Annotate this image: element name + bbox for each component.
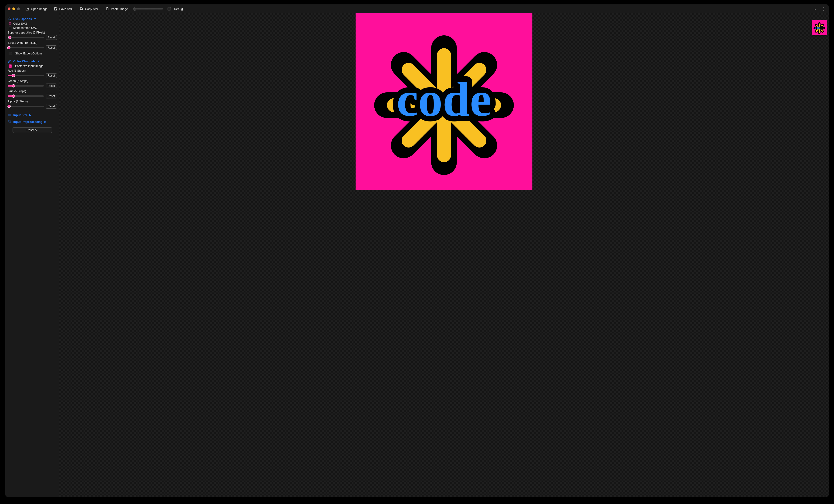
open-image-button[interactable]: Open Image — [24, 6, 49, 12]
posterize-label: Posterize Input Image — [15, 64, 44, 68]
folder-open-icon — [25, 7, 29, 11]
posterize-checkbox[interactable] — [8, 64, 12, 68]
brush-icon — [8, 59, 12, 63]
reset-all-button[interactable]: Reset All — [13, 127, 52, 133]
green-steps-control: Green (5 Steps) Reset — [8, 79, 57, 88]
blue-reset[interactable]: Reset — [46, 94, 57, 98]
sidebar: SVG Options ▼ Color SVG Monochrome SVG S… — [5, 13, 59, 497]
vector-preview: code code — [355, 13, 532, 190]
alpha-slider[interactable] — [8, 106, 44, 107]
layers-icon — [8, 119, 12, 124]
radio-unselected-icon — [8, 26, 12, 29]
section-svg-options[interactable]: SVG Options ▼ — [8, 17, 57, 21]
radio-selected-icon — [8, 22, 12, 25]
debug-toggle[interactable]: Debug — [168, 6, 184, 12]
mode-mono-label: Monochrome SVG — [13, 26, 37, 29]
mode-color-svg[interactable]: Color SVG — [8, 22, 57, 25]
stroke-width-control: Stroke Width (0 Pixels) Reset — [8, 41, 57, 50]
debug-label: Debug — [174, 7, 183, 11]
section-color-channels-title: Color Channels — [13, 60, 36, 63]
paste-icon — [105, 7, 109, 11]
chevron-down-icon: ▼ — [34, 18, 36, 20]
svg-rect-3 — [80, 8, 82, 9]
section-input-preprocessing[interactable]: Input Preprocessing ▶ — [8, 119, 57, 124]
minimize-window-button[interactable] — [12, 7, 15, 10]
copy-svg-label: Copy SVG — [85, 7, 99, 11]
svg-point-6 — [9, 18, 10, 18]
blue-steps-control: Blue (5 Steps) Reset — [8, 90, 57, 98]
paste-image-button[interactable]: Paste Image — [104, 6, 129, 12]
save-svg-label: Save SVG — [59, 7, 73, 11]
app-window: Open Image Save SVG Copy SVG Paste Image… — [5, 4, 829, 497]
preview-thumbnail[interactable]: code code — [812, 20, 827, 35]
chevron-right-icon: ▶ — [44, 120, 46, 123]
svg-rect-11 — [9, 121, 11, 123]
svg-rect-0 — [55, 7, 56, 8]
svg-rect-1 — [55, 9, 56, 10]
posterize-toggle[interactable]: Posterize Input Image — [8, 64, 57, 68]
svg-text:code: code — [815, 25, 824, 30]
stroke-width-reset[interactable]: Reset — [46, 45, 57, 50]
alpha-reset[interactable]: Reset — [46, 104, 57, 109]
chevron-right-icon: ▶ — [29, 113, 31, 116]
mode-monochrome-svg[interactable]: Monochrome SVG — [8, 26, 57, 29]
app-body: SVG Options ▼ Color SVG Monochrome SVG S… — [5, 13, 829, 497]
paste-image-label: Paste Image — [111, 7, 128, 11]
expert-label: Show Expert Options — [15, 52, 42, 55]
alpha-steps-control: Alpha (1 Steps) Reset — [8, 100, 57, 109]
green-reset[interactable]: Reset — [46, 84, 57, 88]
section-svg-options-title: SVG Options — [13, 17, 32, 21]
show-expert-options[interactable]: Show Expert Options — [8, 52, 57, 55]
suppress-speckles-slider[interactable] — [8, 37, 44, 38]
svg-point-7 — [8, 19, 9, 19]
window-controls — [8, 7, 20, 10]
sliders-icon — [8, 17, 12, 21]
blue-slider[interactable] — [8, 95, 44, 97]
save-svg-button[interactable]: Save SVG — [52, 6, 75, 12]
red-reset[interactable]: Reset — [46, 73, 57, 78]
suppress-speckles-control: Suppress speckles (2 Pixels) Reset — [8, 31, 57, 40]
canvas-area[interactable]: code code — [59, 13, 829, 497]
alpha-label: Alpha (1 Steps) — [8, 100, 57, 103]
svg-rect-2 — [81, 8, 83, 10]
section-input-size[interactable]: Input Size ▶ — [8, 113, 57, 117]
svg-rect-10 — [8, 120, 10, 122]
suppress-speckles-reset[interactable]: Reset — [46, 35, 57, 40]
collapse-toolbar-button[interactable]: ⌄ — [813, 7, 818, 11]
green-label: Green (5 Steps) — [8, 79, 57, 83]
ruler-icon — [8, 113, 12, 117]
stroke-width-label: Stroke Width (0 Pixels) — [8, 41, 57, 44]
green-slider[interactable] — [8, 85, 44, 87]
zoom-slider[interactable] — [133, 8, 163, 9]
copy-icon — [79, 7, 83, 11]
blue-label: Blue (5 Steps) — [8, 90, 57, 93]
chevron-down-icon: ▼ — [38, 60, 40, 63]
debug-checkbox[interactable] — [168, 7, 171, 10]
artboard: code code — [355, 13, 532, 190]
section-input-preprocessing-title: Input Preprocessing — [13, 120, 43, 124]
open-image-label: Open Image — [31, 7, 48, 11]
more-menu-button[interactable]: ⋮ — [821, 6, 826, 12]
red-label: Red (5 Steps) — [8, 69, 57, 72]
toolbar: Open Image Save SVG Copy SVG Paste Image… — [5, 4, 829, 13]
fullscreen-window-button[interactable] — [17, 7, 20, 10]
mode-color-label: Color SVG — [13, 22, 27, 25]
suppress-speckles-label: Suppress speckles (2 Pixels) — [8, 31, 57, 34]
save-icon — [54, 7, 58, 11]
red-slider[interactable] — [8, 75, 44, 76]
section-color-channels[interactable]: Color Channels ▼ — [8, 59, 57, 63]
artwork-text: code — [397, 72, 491, 126]
close-window-button[interactable] — [8, 7, 10, 10]
stroke-width-slider[interactable] — [8, 47, 44, 48]
copy-svg-button[interactable]: Copy SVG — [78, 6, 101, 12]
red-steps-control: Red (5 Steps) Reset — [8, 69, 57, 78]
expert-checkbox[interactable] — [8, 52, 12, 55]
section-input-size-title: Input Size — [13, 113, 27, 117]
